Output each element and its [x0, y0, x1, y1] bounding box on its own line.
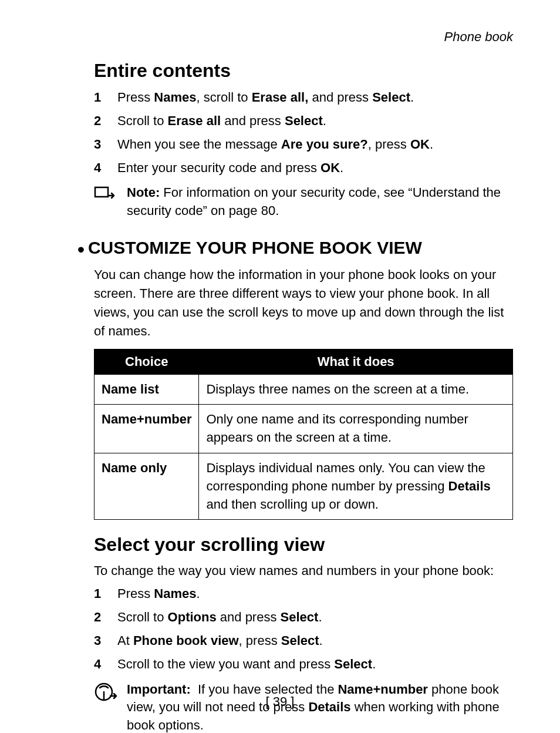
- intro-select-scrolling: To change the way you view names and num…: [94, 561, 513, 580]
- step-number: 2: [94, 111, 101, 131]
- step-text: Scroll to Erase all and press Select.: [117, 113, 326, 128]
- heading-select-scrolling: Select your scrolling view: [94, 534, 513, 556]
- cell-desc: Displays three names on the screen at a …: [199, 374, 513, 405]
- cell-desc: Displays individual names only. You can …: [199, 453, 513, 519]
- step-text: Press Names.: [117, 586, 200, 601]
- svg-rect-0: [95, 187, 108, 197]
- cell-choice: Name only: [95, 453, 199, 519]
- list-item: 3At Phone book view, press Select.: [94, 631, 513, 651]
- steps-select-scrolling: 1Press Names. 2Scroll to Options and pre…: [94, 584, 513, 674]
- note-icon: [94, 184, 117, 206]
- heading-entire-contents: Entire contents: [94, 60, 513, 82]
- step-text: When you see the message Are you sure?, …: [117, 137, 433, 152]
- steps-entire-contents: 1Press Names, scroll to Erase all, and p…: [94, 88, 513, 178]
- cell-choice: Name list: [95, 374, 199, 405]
- step-number: 2: [94, 607, 101, 627]
- step-text: Scroll to the view you want and press Se…: [117, 657, 376, 671]
- step-text: Enter your security code and press OK.: [117, 160, 343, 175]
- cell-desc: Only one name and its corresponding numb…: [199, 405, 513, 453]
- step-number: 4: [94, 654, 101, 674]
- note-text: Note: For information on your security c…: [127, 184, 513, 220]
- step-number: 3: [94, 631, 101, 651]
- intro-customize: You can change how the information in yo…: [94, 265, 513, 341]
- bullet-icon: •: [77, 238, 88, 260]
- table-row: Name only Displays individual names only…: [95, 453, 513, 519]
- table-row: Name list Displays three names on the sc…: [95, 374, 513, 405]
- list-item: 3When you see the message Are you sure?,…: [94, 135, 513, 154]
- list-item: 1Press Names, scroll to Erase all, and p…: [94, 88, 513, 107]
- running-head: Phone book: [94, 29, 513, 45]
- heading-customize: •CUSTOMIZE YOUR PHONE BOOK VIEW: [94, 238, 513, 261]
- step-number: 1: [94, 584, 101, 604]
- list-item: 1Press Names.: [94, 584, 513, 604]
- note-block: Note: For information on your security c…: [94, 184, 513, 220]
- step-number: 3: [94, 135, 101, 154]
- page-number: [ 39 ]: [0, 694, 560, 710]
- step-text: At Phone book view, press Select.: [117, 633, 323, 648]
- table-header-what: What it does: [199, 349, 513, 374]
- list-item: 4Scroll to the view you want and press S…: [94, 654, 513, 674]
- step-text: Press Names, scroll to Erase all, and pr…: [117, 90, 414, 105]
- table-row: Name+number Only one name and its corres…: [95, 405, 513, 453]
- cell-choice: Name+number: [95, 405, 199, 453]
- table-header-choice: Choice: [95, 349, 199, 374]
- list-item: 2Scroll to Erase all and press Select.: [94, 111, 513, 131]
- step-number: 4: [94, 158, 101, 178]
- page-content: Phone book Entire contents 1Press Names,…: [0, 0, 560, 733]
- list-item: 4Enter your security code and press OK.: [94, 158, 513, 178]
- step-text: Scroll to Options and press Select.: [117, 610, 322, 624]
- choice-table: Choice What it does Name list Displays t…: [94, 349, 513, 520]
- list-item: 2Scroll to Options and press Select.: [94, 607, 513, 627]
- step-number: 1: [94, 88, 101, 107]
